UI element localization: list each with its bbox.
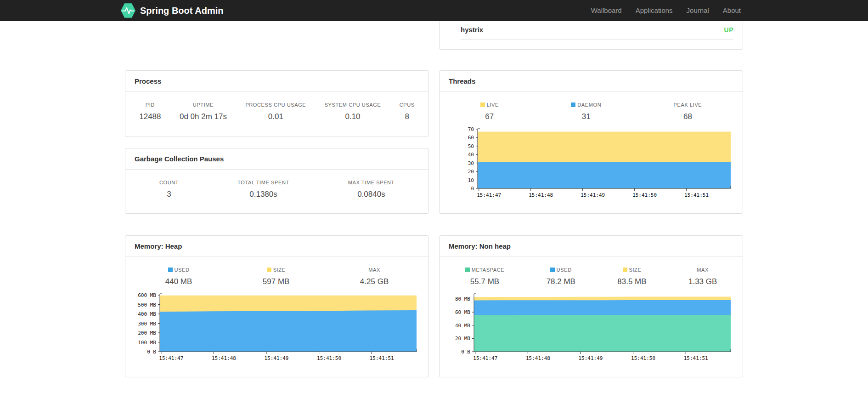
svg-text:15:41:51: 15:41:51 bbox=[370, 355, 394, 361]
navbar: Spring Boot Admin Wallboard Applications… bbox=[0, 0, 868, 21]
nav-item-wallboard[interactable]: Wallboard bbox=[584, 0, 629, 21]
threads-card-title: Threads bbox=[440, 71, 743, 92]
metric-label: PROCESS CPU USAGE bbox=[245, 102, 306, 108]
svg-text:80 MB: 80 MB bbox=[455, 296, 470, 302]
svg-text:15:41:50: 15:41:50 bbox=[632, 192, 657, 198]
metaspace-legend-swatch bbox=[465, 268, 470, 272]
legend-item-used: USED 78.2 MB bbox=[547, 267, 575, 286]
legend-value: 68 bbox=[674, 112, 702, 121]
svg-text:100 MB: 100 MB bbox=[138, 340, 156, 346]
legend-label: MAX bbox=[688, 267, 717, 273]
legend-value: 4.25 GB bbox=[360, 277, 389, 286]
svg-text:0 B: 0 B bbox=[147, 349, 156, 355]
metric-process-cpu-usage: PROCESS CPU USAGE 0.01 bbox=[245, 102, 306, 121]
legend-label-text: MAX bbox=[697, 267, 709, 273]
spring-boot-admin-logo-icon bbox=[120, 3, 136, 18]
brand-title: Spring Boot Admin bbox=[140, 6, 223, 16]
svg-text:60 MB: 60 MB bbox=[455, 309, 470, 315]
svg-text:15:41:49: 15:41:49 bbox=[264, 355, 288, 361]
garbage-collection-card: Garbage Collection Pauses COUNT 3 TOTAL … bbox=[125, 148, 429, 214]
metric-cpus: CPUS 8 bbox=[400, 102, 415, 121]
metric-pid: PID 12488 bbox=[139, 102, 161, 121]
legend-value: 55.7 MB bbox=[465, 277, 505, 286]
legend-item-size: SIZE 83.5 MB bbox=[617, 267, 646, 286]
process-card-title: Process bbox=[125, 71, 428, 92]
heap-card-title: Memory: Heap bbox=[125, 236, 428, 257]
legend-item-peak-live: PEAK LIVE 68 bbox=[674, 102, 702, 121]
svg-text:15:41:49: 15:41:49 bbox=[578, 355, 603, 361]
nonheap-legend: METASPACE 55.7 MB USED 78.2 MB SIZE bbox=[440, 267, 743, 286]
used-legend-swatch bbox=[168, 268, 173, 272]
svg-text:15:41:48: 15:41:48 bbox=[526, 355, 550, 361]
svg-text:40 MB: 40 MB bbox=[455, 323, 470, 329]
legend-item-live: LIVE 67 bbox=[480, 102, 499, 121]
legend-label-text: USED bbox=[175, 267, 190, 273]
legend-value: 597 MB bbox=[263, 277, 290, 286]
application-row-hystrix[interactable]: hystrix UP bbox=[461, 21, 733, 40]
legend-value: 83.5 MB bbox=[617, 277, 646, 286]
right-column: hystrix UP Threads LIVE 67 DAEMON bbox=[439, 21, 743, 377]
content: Process PID 12488 UPTIME 0d 0h 2m 17s PR… bbox=[125, 21, 743, 377]
legend-value: 31 bbox=[571, 112, 601, 121]
svg-text:0 B: 0 B bbox=[461, 349, 470, 355]
metric-value: 0d 0h 2m 17s bbox=[180, 112, 227, 121]
svg-text:15:41:47: 15:41:47 bbox=[477, 192, 501, 198]
live-legend-swatch bbox=[480, 102, 485, 107]
status-badge: UP bbox=[724, 26, 733, 34]
threads-card: Threads LIVE 67 DAEMON 31 bbox=[439, 70, 743, 214]
metric-label: SYSTEM CPU USAGE bbox=[325, 102, 381, 108]
metric-label: CPUS bbox=[400, 102, 415, 108]
legend-label-text: METASPACE bbox=[472, 267, 505, 273]
metric-label: COUNT bbox=[159, 180, 179, 185]
metric-label: PID bbox=[139, 102, 161, 108]
metric-value: 3 bbox=[159, 190, 179, 199]
threads-area-chart: 01020304050607015:41:4715:41:4815:41:491… bbox=[449, 125, 734, 200]
legend-item-max: MAX 1.33 GB bbox=[688, 267, 717, 286]
legend-label: MAX bbox=[360, 267, 389, 273]
metric-value: 0.1380s bbox=[237, 190, 289, 199]
metric-gc-max-time: MAX TIME SPENT 0.0840s bbox=[348, 180, 395, 199]
legend-label: USED bbox=[547, 267, 575, 273]
process-card: Process PID 12488 UPTIME 0d 0h 2m 17s PR… bbox=[125, 70, 429, 137]
svg-text:300 MB: 300 MB bbox=[138, 321, 156, 327]
nav-item-about[interactable]: About bbox=[716, 0, 748, 21]
process-metrics: PID 12488 UPTIME 0d 0h 2m 17s PROCESS CP… bbox=[125, 102, 428, 121]
gc-card-title: Garbage Collection Pauses bbox=[125, 148, 428, 170]
nonheap-card-title: Memory: Non heap bbox=[440, 236, 743, 257]
svg-text:15:41:48: 15:41:48 bbox=[529, 192, 553, 198]
memory-nonheap-card: Memory: Non heap METASPACE 55.7 MB USED … bbox=[439, 235, 743, 377]
nav-item-journal[interactable]: Journal bbox=[680, 0, 716, 21]
svg-text:20 MB: 20 MB bbox=[455, 336, 470, 342]
threads-legend: LIVE 67 DAEMON 31 PEAK LIVE 68 bbox=[440, 102, 743, 121]
metric-gc-total-time: TOTAL TIME SPENT 0.1380s bbox=[237, 180, 289, 199]
nonheap-area-chart: 0 B20 MB40 MB60 MB80 MB15:41:4715:41:481… bbox=[449, 290, 734, 364]
legend-label: USED bbox=[165, 267, 192, 273]
legend-item-max: MAX 4.25 GB bbox=[360, 267, 389, 286]
svg-text:0: 0 bbox=[471, 186, 474, 192]
legend-label: PEAK LIVE bbox=[674, 102, 702, 108]
legend-value: 67 bbox=[480, 112, 499, 121]
svg-text:50: 50 bbox=[468, 143, 474, 149]
svg-text:20: 20 bbox=[468, 169, 474, 175]
svg-text:60: 60 bbox=[468, 135, 474, 141]
svg-text:15:41:51: 15:41:51 bbox=[684, 355, 708, 361]
heap-area-chart: 0 B100 MB200 MB300 MB400 MB500 MB600 MB1… bbox=[135, 290, 420, 364]
svg-text:600 MB: 600 MB bbox=[138, 292, 156, 298]
legend-value: 1.33 GB bbox=[688, 277, 717, 286]
svg-text:30: 30 bbox=[468, 160, 474, 166]
nav-links: Wallboard Applications Journal About bbox=[584, 0, 748, 21]
metric-value: 12488 bbox=[139, 112, 161, 121]
svg-text:15:41:47: 15:41:47 bbox=[473, 355, 497, 361]
brand-link[interactable]: Spring Boot Admin bbox=[120, 3, 223, 18]
legend-label-text: USED bbox=[557, 267, 572, 273]
legend-item-used: USED 440 MB bbox=[165, 267, 192, 286]
legend-label: DAEMON bbox=[571, 102, 601, 108]
left-column: Process PID 12488 UPTIME 0d 0h 2m 17s PR… bbox=[125, 21, 429, 377]
svg-text:15:41:50: 15:41:50 bbox=[631, 355, 655, 361]
legend-item-daemon: DAEMON 31 bbox=[571, 102, 601, 121]
nav-item-applications[interactable]: Applications bbox=[629, 0, 680, 21]
legend-label: METASPACE bbox=[465, 267, 505, 273]
svg-text:40: 40 bbox=[468, 152, 474, 158]
used-legend-swatch bbox=[550, 268, 555, 272]
legend-value: 440 MB bbox=[165, 277, 192, 286]
